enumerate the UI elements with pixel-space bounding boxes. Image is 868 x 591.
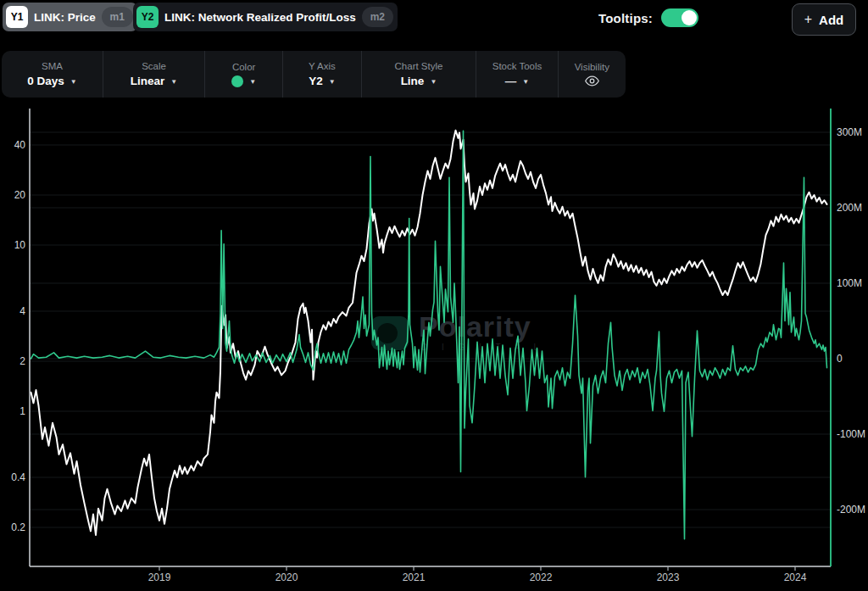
- price-line-series: [31, 131, 827, 535]
- y1-tick-label: 20: [14, 189, 25, 201]
- plot-area[interactable]: [0, 0, 868, 591]
- y1-tick-label: 2: [19, 355, 25, 367]
- y1-tick-label: 1: [19, 405, 25, 417]
- charting-app: Y1 LINK: Price m1 Y2 LINK: Network Reali…: [0, 0, 868, 591]
- y2-tick-label: 100M: [837, 277, 862, 289]
- y2-tick-label: -200M: [837, 504, 865, 516]
- x-tick-label: 2022: [530, 571, 553, 583]
- x-tick-label: 2021: [403, 571, 426, 583]
- y2-tick-label: -100M: [837, 428, 865, 440]
- y1-tick-label: 0.4: [11, 471, 25, 483]
- y1-tick-label: 4: [19, 305, 25, 317]
- y1-tick-label: 40: [14, 139, 25, 151]
- x-tick-label: 2019: [148, 571, 171, 583]
- x-tick-label: 2020: [275, 571, 298, 583]
- y2-tick-label: 300M: [837, 126, 862, 138]
- y2-tick-label: 200M: [837, 202, 862, 214]
- x-tick-label: 2024: [784, 571, 807, 583]
- x-tick-label: 2023: [657, 571, 680, 583]
- y1-tick-label: 0.2: [11, 521, 25, 533]
- y1-tick-label: 10: [14, 239, 25, 251]
- y2-tick-label: 0: [837, 353, 843, 365]
